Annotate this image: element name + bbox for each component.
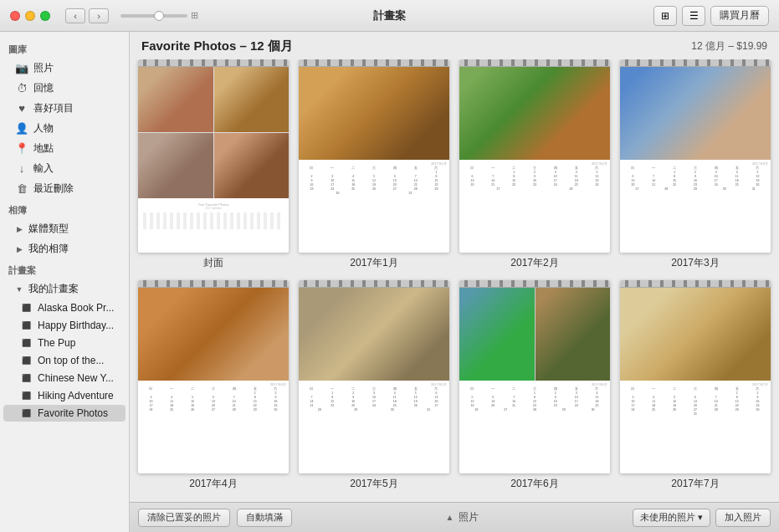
sidebar-item-people[interactable]: 👤 人物 <box>3 119 126 138</box>
sidebar-item-photos[interactable]: 📷 照片 <box>3 59 126 78</box>
memories-icon: ⏱ <box>15 82 28 95</box>
mar-page[interactable]: 2017年3月 日一二三四五六 12345 6789101112 1314151… <box>620 59 771 253</box>
sidebar-item-favorite-photos[interactable]: ⬛ Favorite Photos <box>3 405 126 422</box>
sidebar-item-memories-label: 回憶 <box>33 81 54 95</box>
cover-label: 封面 <box>203 256 223 270</box>
sidebar-item-chinese-label: Chinese New Y... <box>38 372 114 384</box>
may-photo <box>299 288 449 381</box>
sidebar-item-favphotos-label: Favorite Photos <box>38 407 108 419</box>
calendar-page-apr: 2017年4月 日一二三四五六 12 3456789 1011121314151… <box>138 280 289 491</box>
traffic-lights <box>10 11 50 21</box>
jan-page[interactable]: 2017年1月 日一二三四五六 1 2345678 9101112131415 … <box>299 59 449 253</box>
feb-photo <box>459 67 610 160</box>
forward-button[interactable]: › <box>89 8 109 23</box>
feb-calendar: 2017年2月 日一二三四五六 12345 6789101112 1314151… <box>459 160 610 253</box>
apr-label: 2017年4月 <box>189 477 237 491</box>
jun-photo <box>459 288 610 381</box>
sidebar-item-recently-deleted[interactable]: 🗑 最近刪除 <box>3 179 126 198</box>
jan-label: 2017年1月 <box>350 256 397 270</box>
content-area: Favorite Photos – 12 個月 12 億月 – $19.99 <box>130 32 779 532</box>
sidebar-item-photos-label: 照片 <box>33 61 54 75</box>
sidebar-item-pup-label: The Pup <box>38 337 75 349</box>
titlebar: ‹ › ⊞ 計畫案 ⊞ ☰ 購買月曆 <box>0 0 779 32</box>
calendar-grid: Your Favorite Photos 2017 Calendar 封面 20… <box>130 59 779 502</box>
sidebar-item-hiking-label: Hiking Adventure <box>38 390 114 402</box>
view-list-button[interactable]: ☰ <box>682 6 705 26</box>
jul-photo <box>620 288 771 381</box>
jul-page[interactable]: 2017年7月 日一二三四五六 12 3456789 1011121314151… <box>620 280 771 473</box>
sidebar-item-memories[interactable]: ⏱ 回憶 <box>3 79 126 98</box>
feb-page[interactable]: 2017年2月 日一二三四五六 12345 6789101112 1314151… <box>459 59 610 253</box>
sidebar-item-people-label: 人物 <box>33 121 54 136</box>
cover-photo-4 <box>214 133 290 198</box>
add-photos-button[interactable]: 加入照片 <box>715 509 771 527</box>
sidebar-item-pup[interactable]: ⬛ The Pup <box>3 335 126 351</box>
sidebar-item-import-label: 輸入 <box>33 161 54 176</box>
calendar-page-jan: 2017年1月 日一二三四五六 1 2345678 9101112131415 … <box>299 59 449 270</box>
cover-photo-3 <box>138 133 213 198</box>
sidebar-item-places-label: 地點 <box>33 141 54 156</box>
cover-page[interactable]: Your Favorite Photos 2017 Calendar <box>138 59 289 253</box>
nav-buttons: ‹ › <box>65 8 109 23</box>
jan-calendar: 2017年1月 日一二三四五六 1 2345678 9101112131415 … <box>299 160 449 253</box>
view-grid-button[interactable]: ⊞ <box>653 6 677 26</box>
favorites-icon: ♥ <box>15 102 28 115</box>
zoom-slider[interactable] <box>120 14 187 18</box>
sidebar-item-chinese[interactable]: ⬛ Chinese New Y... <box>3 370 126 386</box>
calendar-page-mar: 2017年3月 日一二三四五六 12345 6789101112 1314151… <box>620 59 771 270</box>
close-button[interactable] <box>10 11 20 21</box>
jun-page[interactable]: 2017年6月 日一二三四五六 1234 567891011 121314151… <box>459 280 610 473</box>
sidebar-item-ontop[interactable]: ⬛ On top of the... <box>3 352 126 369</box>
unused-photos-button[interactable]: 未使用的照片 ▾ <box>633 509 710 527</box>
content-title: Favorite Photos – 12 個月 <box>141 38 293 54</box>
may-page[interactable]: 2017年5月 日一二三四五六 123456 78910111213 14151… <box>299 280 449 473</box>
chevron-up-icon: ▲ <box>446 513 454 522</box>
jun-calendar: 2017年6月 日一二三四五六 1234 567891011 121314151… <box>459 381 610 473</box>
titlebar-left: ‹ › ⊞ <box>10 8 198 23</box>
apr-page[interactable]: 2017年4月 日一二三四五六 12 3456789 1011121314151… <box>138 280 289 473</box>
bottom-center: ▲ 照片 <box>299 510 626 524</box>
jul-label: 2017年7月 <box>671 477 719 491</box>
auto-fill-button[interactable]: 自動填滿 <box>237 509 292 527</box>
sidebar-item-media-types[interactable]: ▶ 媒體類型 <box>3 219 126 238</box>
sidebar: 圖庫 📷 照片 ⏱ 回憶 ♥ 喜好項目 👤 人物 📍 地點 ↓ 輸入 🗑 最近刪… <box>0 32 130 532</box>
sidebar-item-media-label: 媒體類型 <box>28 222 69 236</box>
minimize-button[interactable] <box>25 11 35 21</box>
mar-label: 2017年3月 <box>671 256 719 270</box>
sidebar-item-my-albums[interactable]: ▶ 我的相簿 <box>3 239 126 258</box>
sidebar-item-deleted-label: 最近刪除 <box>33 182 74 196</box>
sidebar-item-import[interactable]: ↓ 輸入 <box>3 159 126 178</box>
buy-button[interactable]: 購買月曆 <box>710 6 769 26</box>
import-icon: ↓ <box>15 162 28 175</box>
photos-icon: 📷 <box>15 62 28 74</box>
sidebar-item-hiking[interactable]: ⬛ Hiking Adventure <box>3 387 126 404</box>
calendar-page-may: 2017年5月 日一二三四五六 123456 78910111213 14151… <box>299 280 449 491</box>
disclosure-icon2: ▶ <box>15 245 23 253</box>
calendar-page-jul: 2017年7月 日一二三四五六 12 3456789 1011121314151… <box>620 280 771 491</box>
apr-photo <box>138 288 289 381</box>
jun-label: 2017年6月 <box>510 477 558 491</box>
may-label: 2017年5月 <box>350 477 397 491</box>
sidebar-item-favorites-label: 喜好項目 <box>33 101 74 115</box>
projects-header: 計畫案 <box>0 259 129 279</box>
may-calendar: 2017年5月 日一二三四五六 123456 78910111213 14151… <box>299 381 449 473</box>
sidebar-item-favorites[interactable]: ♥ 喜好項目 <box>3 99 126 118</box>
sidebar-item-alaska[interactable]: ⬛ Alaska Book Pr... <box>3 299 126 316</box>
disclosure-icon: ▶ <box>15 225 23 233</box>
bottom-right: 未使用的照片 ▾ 加入照片 <box>633 509 771 527</box>
trash-icon: 🗑 <box>15 182 28 195</box>
disclosure-down-icon: ▼ <box>15 285 23 294</box>
albums-header: 相簿 <box>0 199 129 218</box>
calendar-page-feb: 2017年2月 日一二三四五六 12345 6789101112 1314151… <box>459 59 610 270</box>
sidebar-item-birthday[interactable]: ⬛ Happy Birthday... <box>3 317 126 334</box>
clear-photos-button[interactable]: 清除已置妥的照片 <box>138 509 230 527</box>
unused-photos-label: 未使用的照片 <box>640 511 695 524</box>
sidebar-item-ontop-label: On top of the... <box>38 355 104 366</box>
back-button[interactable]: ‹ <box>65 8 85 23</box>
sidebar-item-my-projects[interactable]: ▼ 我的計畫案 <box>3 279 126 299</box>
sidebar-item-places[interactable]: 📍 地點 <box>3 139 126 158</box>
content-header: Favorite Photos – 12 個月 12 億月 – $19.99 <box>130 32 779 59</box>
people-icon: 👤 <box>15 122 28 135</box>
maximize-button[interactable] <box>40 11 50 21</box>
window-title: 計畫案 <box>373 8 406 23</box>
